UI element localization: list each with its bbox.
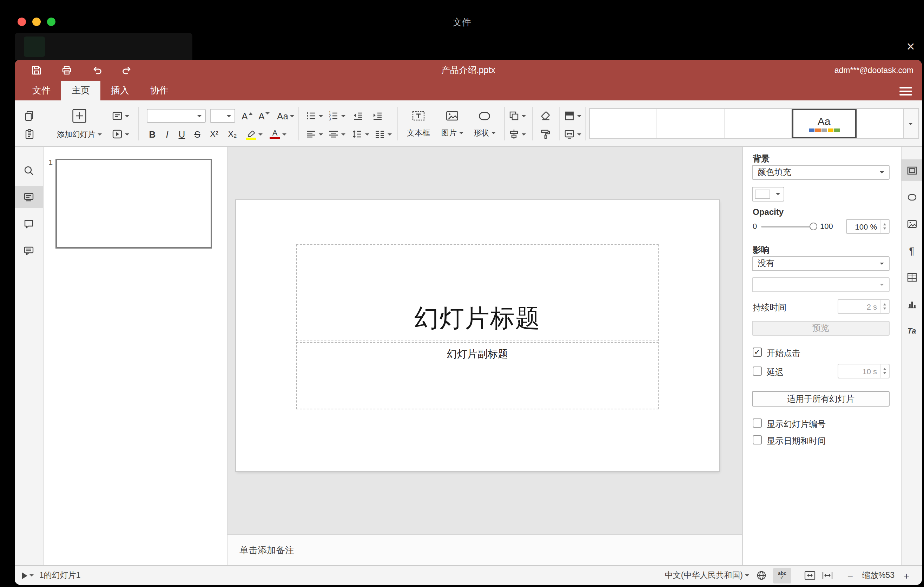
tab-file[interactable]: 文件 xyxy=(22,81,61,101)
highlight-color-button[interactable] xyxy=(244,127,265,141)
slide-size-button[interactable] xyxy=(563,127,582,141)
theme-item[interactable] xyxy=(724,109,792,139)
numbering-button[interactable]: 123 xyxy=(327,109,346,123)
slide[interactable]: 幻灯片标题 幻灯片副标题 xyxy=(236,200,719,471)
chat-button[interactable] xyxy=(15,239,43,261)
start-on-click-checkbox[interactable]: ✓ xyxy=(753,348,762,357)
arrange-shape-button[interactable] xyxy=(506,109,527,123)
paste-button[interactable] xyxy=(20,127,39,141)
horizontal-align-button[interactable] xyxy=(304,127,324,141)
modal-close-button[interactable]: × xyxy=(901,36,921,56)
screen: 文件 × 产品介绍.pptx adm***@dootask.com xyxy=(0,0,924,587)
comments-button[interactable] xyxy=(15,213,43,234)
spellcheck-button[interactable]: abc ✓ xyxy=(773,568,791,583)
show-slide-number-checkbox[interactable] xyxy=(753,419,762,428)
paragraph-icon: ¶ xyxy=(909,245,914,256)
image-settings-button[interactable] xyxy=(901,213,922,234)
language-select[interactable]: 中文(中华人民共和国) xyxy=(665,570,749,581)
theme-item-selected[interactable]: Aa xyxy=(792,109,856,139)
background-artifact xyxy=(15,33,192,60)
print-button[interactable] xyxy=(60,64,73,76)
spinner-icon[interactable] xyxy=(880,364,889,378)
copy-style-button[interactable] xyxy=(536,127,555,141)
start-slideshow-status-button[interactable] xyxy=(22,572,34,579)
fit-to-width-button[interactable] xyxy=(822,570,833,581)
font-name-select[interactable] xyxy=(147,109,206,123)
decrease-indent-button[interactable] xyxy=(350,109,366,123)
insert-textbox-label: 文本框 xyxy=(407,127,430,138)
zoom-in-button[interactable]: + xyxy=(901,570,912,581)
copy-button[interactable] xyxy=(20,109,39,123)
tab-insert[interactable]: 插入 xyxy=(101,81,140,101)
preview-button[interactable]: 预览 xyxy=(752,321,889,336)
increase-indent-button[interactable] xyxy=(370,109,386,123)
bold-button[interactable]: B xyxy=(145,127,159,141)
italic-button[interactable]: I xyxy=(161,127,173,141)
superscript-button[interactable]: X² xyxy=(206,127,223,141)
fill-color-select[interactable] xyxy=(752,187,784,201)
line-spacing-button[interactable] xyxy=(350,127,370,141)
start-slideshow-button[interactable] xyxy=(107,127,133,141)
duration-input[interactable]: 2 s xyxy=(838,299,889,314)
font-size-select[interactable] xyxy=(210,109,235,123)
vertical-align-button[interactable] xyxy=(327,127,346,141)
add-slide-button[interactable]: 添加幻灯片 xyxy=(50,103,109,144)
effect-select[interactable]: 没有 xyxy=(752,256,889,271)
theme-item[interactable] xyxy=(590,109,657,139)
fit-to-slide-button[interactable] xyxy=(804,570,816,581)
increase-font-button[interactable]: A xyxy=(239,109,255,123)
effect-type-select[interactable] xyxy=(752,277,889,292)
delay-checkbox[interactable] xyxy=(753,366,762,376)
columns-button[interactable] xyxy=(373,127,393,141)
opacity-input[interactable]: 100 % xyxy=(846,219,889,234)
slide-thumbnail[interactable] xyxy=(56,159,212,249)
chart-settings-button[interactable] xyxy=(901,293,922,315)
theme-gallery-expand-button[interactable] xyxy=(903,109,918,139)
slides-panel-button[interactable] xyxy=(15,186,43,208)
spinner-icon[interactable] xyxy=(880,220,889,233)
set-language-button[interactable] xyxy=(756,570,767,581)
spinner-icon[interactable] xyxy=(880,300,889,313)
save-button[interactable] xyxy=(30,64,43,76)
slide-layout-button[interactable] xyxy=(107,109,133,123)
insert-shape-button[interactable]: 形状 xyxy=(468,103,501,144)
undo-button[interactable] xyxy=(91,64,103,76)
content-area: 1 幻灯片标题 幻灯片副标题 单击添加备注 xyxy=(15,147,922,565)
delay-input[interactable]: 10 s xyxy=(838,364,889,378)
subscript-button[interactable]: X₂ xyxy=(224,127,241,141)
show-date-time-checkbox[interactable] xyxy=(753,435,762,444)
change-case-button[interactable]: Aa xyxy=(274,109,297,123)
theme-item[interactable] xyxy=(657,109,724,139)
bullets-button[interactable] xyxy=(304,109,324,123)
toolbar-separator xyxy=(559,107,559,140)
notes-input[interactable]: 单击添加备注 xyxy=(228,534,742,565)
table-settings-button[interactable] xyxy=(901,266,922,288)
insert-textbox-button[interactable]: 文本框 xyxy=(402,103,435,144)
apply-to-all-slides-button[interactable]: 适用于所有幻灯片 xyxy=(752,391,889,407)
decrease-font-button[interactable]: A xyxy=(256,109,272,123)
strikethrough-button[interactable]: S xyxy=(190,127,204,141)
underline-button[interactable]: U xyxy=(175,127,189,141)
opacity-slider[interactable] xyxy=(810,223,817,230)
tab-home[interactable]: 主页 xyxy=(61,81,101,101)
shape-settings-button[interactable] xyxy=(901,186,922,208)
clear-style-button[interactable] xyxy=(536,109,555,123)
tab-collaboration[interactable]: 协作 xyxy=(140,81,179,101)
textart-settings-button[interactable]: Ta xyxy=(901,320,922,341)
font-color-button[interactable]: A xyxy=(267,127,289,141)
title-placeholder[interactable]: 幻灯片标题 xyxy=(296,244,658,341)
align-shape-button[interactable] xyxy=(506,127,527,141)
theme-item[interactable] xyxy=(856,109,903,139)
color-scheme-button[interactable] xyxy=(563,109,582,123)
fill-type-select[interactable]: 颜色填充 xyxy=(752,165,889,180)
chevron-down-icon xyxy=(341,133,345,135)
insert-image-button[interactable]: 图片 xyxy=(437,103,467,144)
redo-button[interactable] xyxy=(121,64,134,76)
slide-settings-button[interactable] xyxy=(901,159,922,181)
menu-icon[interactable] xyxy=(899,87,912,96)
paragraph-settings-button[interactable]: ¶ xyxy=(901,239,922,261)
subtitle-placeholder[interactable]: 幻灯片副标题 xyxy=(296,342,658,409)
search-button[interactable] xyxy=(15,159,43,181)
preview-label: 预览 xyxy=(812,322,829,334)
zoom-out-button[interactable]: − xyxy=(845,570,856,581)
